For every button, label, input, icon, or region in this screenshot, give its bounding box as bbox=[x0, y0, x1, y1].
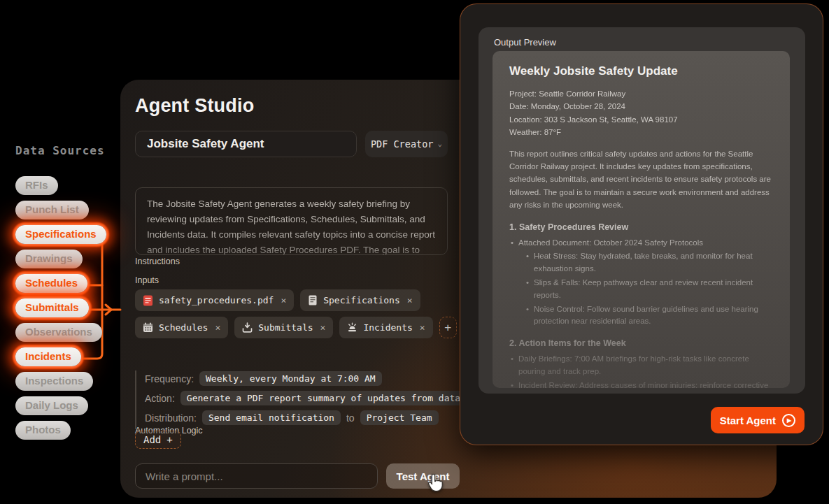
output-preview-container: Output Preview Weekly Jobsite Safety Upd… bbox=[479, 27, 805, 394]
data-sources-sidebar: Data Sources RFIs Punch List Specificati… bbox=[15, 144, 120, 445]
remove-icon[interactable]: × bbox=[320, 322, 326, 333]
remove-icon[interactable]: × bbox=[281, 295, 286, 305]
report-bullet: Daily Briefings: 7:00 AM briefings for h… bbox=[509, 353, 773, 378]
start-agent-label: Start Agent bbox=[720, 415, 776, 426]
distribution-value[interactable]: Send email notification bbox=[202, 410, 341, 425]
agent-name-input[interactable] bbox=[135, 131, 357, 157]
instructions-text: The Jobsite Safety Agent generates a wee… bbox=[147, 196, 436, 255]
input-chip-incidents[interactable]: Incidents × bbox=[339, 317, 432, 338]
report-section-2-title: 2. Action Items for the Week bbox=[509, 338, 773, 348]
plus-icon: + bbox=[444, 321, 451, 335]
remove-icon[interactable]: × bbox=[215, 322, 220, 333]
report-section-1-title: 1. Safety Procedures Review bbox=[509, 222, 773, 232]
siren-icon bbox=[347, 322, 357, 333]
output-type-dropdown[interactable]: PDF Creator ⌄ bbox=[365, 131, 448, 157]
input-chip-submittals[interactable]: Submittals × bbox=[234, 317, 333, 338]
report-intro: This report outlines critical safety upd… bbox=[509, 147, 773, 212]
sidebar-item-photos[interactable]: Photos bbox=[15, 421, 71, 440]
report-sub-bullet: Heat Stress: Stay hydrated, take breaks,… bbox=[525, 250, 773, 275]
start-agent-button[interactable]: Start Agent ▶ bbox=[711, 407, 805, 433]
automation-rules: Frequency: Weekly, every Monday at 7:00 … bbox=[135, 370, 467, 429]
automation-distribution-row: Distribution: Send email notification to… bbox=[145, 410, 467, 426]
report-meta-weather: Weather: 87°F bbox=[509, 126, 773, 138]
pdf-file-icon bbox=[143, 295, 153, 306]
page-title: Agent Studio bbox=[135, 95, 254, 117]
sidebar-item-drawings[interactable]: Drawings bbox=[15, 250, 83, 268]
chip-label: Specifications bbox=[323, 295, 400, 305]
input-chip-safety-procedures-pdf[interactable]: safety_procedures.pdf × bbox=[135, 289, 294, 311]
sidebar-item-daily-logs[interactable]: Daily Logs bbox=[15, 396, 88, 415]
input-chip-schedules[interactable]: Schedules × bbox=[135, 317, 228, 338]
test-agent-button[interactable]: Test Agent bbox=[386, 463, 460, 489]
output-type-value: PDF Creator bbox=[371, 138, 433, 150]
report-document-preview: Weekly Jobsite Safety Update Project: Se… bbox=[493, 51, 790, 388]
inbox-tray-icon bbox=[242, 322, 253, 333]
sidebar-item-schedules[interactable]: Schedules bbox=[15, 274, 87, 293]
calendar-icon bbox=[143, 322, 153, 333]
report-title: Weekly Jobsite Safety Update bbox=[509, 64, 773, 78]
report-meta-location: Location: 303 S Jackson St, Seattle, WA … bbox=[509, 113, 773, 126]
automation-frequency-row: Frequency: Weekly, every Monday at 7:00 … bbox=[145, 370, 467, 387]
distribution-target[interactable]: Project Team bbox=[360, 410, 439, 425]
document-icon bbox=[308, 295, 318, 305]
inputs-label: Inputs bbox=[135, 275, 159, 285]
chip-label: Schedules bbox=[159, 322, 208, 333]
frequency-label: Frequency: bbox=[145, 373, 194, 384]
add-automation-rule-button[interactable]: Add + bbox=[135, 431, 181, 449]
plus-icon: + bbox=[166, 434, 172, 445]
output-preview-label: Output Preview bbox=[494, 37, 556, 48]
sidebar-item-submittals[interactable]: Submittals bbox=[15, 298, 89, 317]
sidebar-item-inspections[interactable]: Inspections bbox=[15, 372, 93, 391]
distribution-label: Distribution: bbox=[145, 412, 197, 424]
sidebar-item-punch-list[interactable]: Punch List bbox=[15, 201, 89, 219]
report-meta-project: Project: Seattle Corridor Railway bbox=[509, 87, 773, 100]
sidebar-item-observations[interactable]: Observations bbox=[15, 323, 102, 342]
frequency-value[interactable]: Weekly, every Monday at 7:00 AM bbox=[199, 371, 382, 386]
automation-action-row: Action: Generate a PDF report summary of… bbox=[145, 390, 467, 406]
sidebar-item-specifications[interactable]: Specifications bbox=[15, 225, 106, 244]
inputs-chip-list: safety_procedures.pdf × Specifications × bbox=[135, 289, 457, 344]
instructions-label: Instructions bbox=[135, 257, 180, 266]
distribution-connector: to bbox=[346, 412, 355, 424]
add-input-button[interactable]: + bbox=[439, 317, 457, 338]
add-label: Add bbox=[143, 434, 161, 445]
report-sub-bullet: Slips & Falls: Keep pathways clear and r… bbox=[525, 277, 773, 302]
prompt-input[interactable] bbox=[135, 463, 378, 489]
report-bullet: Incident Review: Address causes of minor… bbox=[509, 380, 773, 388]
play-icon: ▶ bbox=[782, 414, 795, 427]
remove-icon[interactable]: × bbox=[420, 322, 425, 333]
report-body: Project: Seattle Corridor Railway Date: … bbox=[509, 87, 773, 388]
report-meta-date: Date: Monday, October 28, 2024 bbox=[509, 100, 773, 113]
chevron-down-icon: ⌄ bbox=[437, 139, 442, 148]
input-chip-specifications[interactable]: Specifications × bbox=[300, 289, 420, 311]
chip-label: Incidents bbox=[363, 322, 412, 333]
output-preview-panel: Output Preview Weekly Jobsite Safety Upd… bbox=[460, 3, 823, 445]
data-sources-title: Data Sources bbox=[15, 144, 120, 157]
instructions-textarea[interactable]: The Jobsite Safety Agent generates a wee… bbox=[135, 187, 448, 255]
chip-label: Submittals bbox=[258, 322, 313, 333]
action-value[interactable]: Generate a PDF report summary of updates… bbox=[180, 391, 467, 405]
remove-icon[interactable]: × bbox=[407, 295, 413, 305]
sidebar-item-incidents[interactable]: Incidents bbox=[15, 347, 81, 366]
chip-label: safety_procedures.pdf bbox=[159, 295, 274, 305]
report-bullet: Attached Document: October 2024 Safety P… bbox=[509, 237, 773, 250]
action-label: Action: bbox=[145, 393, 175, 404]
report-sub-bullet: Noise Control: Follow sound barrier guid… bbox=[525, 303, 773, 329]
sidebar-item-rfis[interactable]: RFIs bbox=[15, 176, 58, 195]
